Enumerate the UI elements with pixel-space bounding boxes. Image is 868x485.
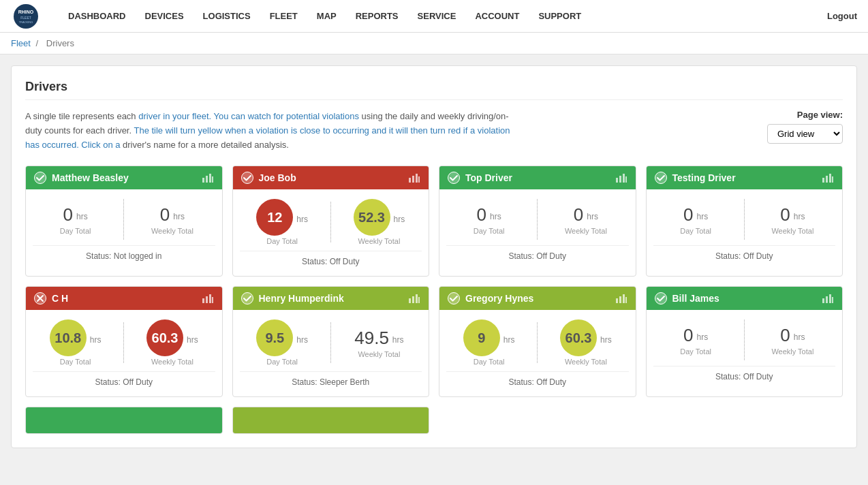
stat-block: 0hrs Weekly Total bbox=[750, 325, 835, 356]
driver-card: Gregory Hynes 9 hrs Day Total 60.3 hrs W… bbox=[439, 286, 636, 397]
svg-rect-40 bbox=[625, 297, 627, 303]
stat-block: 9.5 hrs Day Total bbox=[240, 319, 325, 366]
nav-link-fleet[interactable]: FLEET bbox=[260, 0, 307, 33]
nav-link-map[interactable]: MAP bbox=[307, 0, 346, 33]
partial-driver-header[interactable] bbox=[26, 407, 222, 434]
svg-rect-22 bbox=[829, 174, 831, 183]
stat-block: 60.3 hrs Weekly Total bbox=[543, 319, 628, 366]
stat-unit: hrs bbox=[392, 335, 404, 345]
svg-text:TRACKING: TRACKING bbox=[19, 20, 33, 24]
driver-card-header[interactable]: Gregory Hynes bbox=[439, 287, 636, 310]
stat-block: 60.3 hrs Weekly Total bbox=[129, 319, 215, 366]
partial-driver-header[interactable] bbox=[233, 407, 429, 434]
nav-link-account[interactable]: ACCOUNT bbox=[465, 0, 529, 33]
nav-link-dashboard[interactable]: DASHBOARD bbox=[59, 0, 136, 33]
divider bbox=[537, 322, 538, 363]
driver-status: Status: Off Duty bbox=[446, 371, 629, 391]
nav-links: DASHBOARDDEVICESLOGISTICSFLEETMAPREPORTS… bbox=[59, 0, 827, 33]
stat-block: 0hrs Day Total bbox=[446, 204, 531, 235]
stat-value-row: 9 hrs bbox=[463, 319, 515, 356]
nav-link-reports[interactable]: REPORTS bbox=[346, 0, 408, 33]
driver-card-body: 10.8 hrs Day Total 60.3 hrs Weekly Total… bbox=[26, 310, 222, 396]
driver-card-header[interactable]: Joe Bob bbox=[233, 166, 429, 189]
stat-unit: hrs bbox=[503, 335, 515, 345]
stat-label: Weekly Total bbox=[771, 347, 813, 356]
page-view-select[interactable]: Grid view List view bbox=[767, 124, 843, 144]
driver-status: Status: Off Duty bbox=[653, 245, 836, 265]
svg-rect-7 bbox=[209, 174, 211, 183]
logout-button[interactable]: Logout bbox=[827, 11, 857, 21]
stat-number: 0 bbox=[780, 204, 790, 225]
driver-status: Status: Not logged in bbox=[33, 245, 215, 265]
svg-rect-27 bbox=[202, 298, 204, 303]
checkmark-icon bbox=[241, 172, 253, 184]
stat-block: 0hrs Day Total bbox=[33, 204, 118, 235]
driver-card-header[interactable]: C H bbox=[26, 287, 222, 310]
driver-card-header[interactable]: Matthew Beasley bbox=[26, 166, 222, 189]
circle-badge: 9.5 bbox=[256, 319, 293, 356]
svg-rect-32 bbox=[409, 298, 411, 303]
nav-link-service[interactable]: SERVICE bbox=[408, 0, 466, 33]
stat-label: Weekly Total bbox=[771, 227, 813, 235]
header-left: Bill James bbox=[655, 292, 719, 304]
nav-link-support[interactable]: SUPPORT bbox=[529, 0, 591, 33]
driver-card-header[interactable]: Top Driver bbox=[439, 166, 636, 189]
stat-value-row: 12 hrs bbox=[256, 199, 308, 236]
svg-rect-16 bbox=[619, 176, 621, 183]
stat-unit: hrs bbox=[587, 212, 598, 221]
driver-card-header[interactable]: Testing Driver bbox=[647, 166, 843, 189]
nav-link-devices[interactable]: DEVICES bbox=[136, 0, 193, 33]
desc-highlight-1: driver in your fleet. You can watch for … bbox=[138, 111, 359, 121]
header-left: Top Driver bbox=[448, 172, 512, 184]
driver-status: Status: Off Duty bbox=[240, 251, 422, 270]
stat-unit: hrs bbox=[76, 212, 88, 221]
svg-rect-5 bbox=[202, 178, 204, 183]
stat-value-row: 0hrs bbox=[477, 204, 501, 225]
driver-name[interactable]: Testing Driver bbox=[672, 172, 736, 183]
svg-rect-39 bbox=[623, 294, 625, 303]
checkmark-icon bbox=[448, 292, 460, 304]
breadcrumb-fleet-link[interactable]: Fleet bbox=[11, 38, 31, 48]
svg-rect-21 bbox=[826, 176, 828, 183]
svg-rect-35 bbox=[418, 297, 420, 303]
chart-icon bbox=[822, 173, 834, 183]
breadcrumb-current: Drivers bbox=[46, 38, 74, 48]
driver-card-header[interactable]: Bill James bbox=[647, 287, 843, 310]
stats-row: 0hrs Day Total 0hrs Weekly Total bbox=[446, 199, 629, 240]
stat-unit: hrs bbox=[90, 335, 102, 345]
driver-card-body: 9 hrs Day Total 60.3 hrs Weekly Total St… bbox=[439, 310, 636, 396]
driver-name[interactable]: Henry Humperdink bbox=[259, 293, 344, 304]
main-content: Drivers A single tile represents each dr… bbox=[0, 54, 868, 459]
stats-row: 9 hrs Day Total 60.3 hrs Weekly Total bbox=[446, 319, 629, 366]
driver-name[interactable]: Top Driver bbox=[465, 172, 512, 183]
divider bbox=[537, 199, 538, 240]
svg-rect-43 bbox=[826, 296, 828, 303]
header-left: C H bbox=[34, 292, 68, 304]
stat-block: 0hrs Day Total bbox=[653, 325, 739, 356]
stat-value-row: 10.8 hrs bbox=[50, 319, 102, 356]
driver-name[interactable]: C H bbox=[52, 293, 68, 304]
driver-name[interactable]: Matthew Beasley bbox=[52, 172, 129, 183]
driver-name[interactable]: Bill James bbox=[672, 293, 719, 304]
divider bbox=[123, 322, 124, 363]
driver-name[interactable]: Joe Bob bbox=[259, 172, 296, 183]
svg-rect-38 bbox=[619, 296, 621, 303]
svg-rect-11 bbox=[412, 176, 414, 183]
driver-card-header[interactable]: Henry Humperdink bbox=[233, 287, 429, 310]
stat-block: 0hrs Day Total bbox=[653, 204, 739, 235]
stat-label: Day Total bbox=[680, 347, 711, 356]
stat-label: Weekly Total bbox=[151, 358, 193, 366]
driver-card: Matthew Beasley 0hrs Day Total 0hrs Week… bbox=[25, 166, 223, 277]
driver-name[interactable]: Gregory Hynes bbox=[465, 293, 533, 304]
svg-rect-17 bbox=[623, 174, 625, 183]
stat-block: 52.3 hrs Weekly Total bbox=[337, 199, 422, 245]
nav-link-logistics[interactable]: LOGISTICS bbox=[193, 0, 260, 33]
circle-badge: 12 bbox=[256, 199, 293, 236]
svg-rect-44 bbox=[829, 294, 831, 303]
svg-text:RHINO: RHINO bbox=[18, 10, 34, 14]
svg-rect-10 bbox=[409, 178, 411, 183]
stat-block: 0hrs Weekly Total bbox=[750, 204, 835, 235]
stat-value-row: 0hrs bbox=[683, 204, 708, 225]
svg-rect-33 bbox=[412, 296, 414, 303]
brand[interactable]: RHINO FLEET TRACKING bbox=[11, 4, 45, 29]
